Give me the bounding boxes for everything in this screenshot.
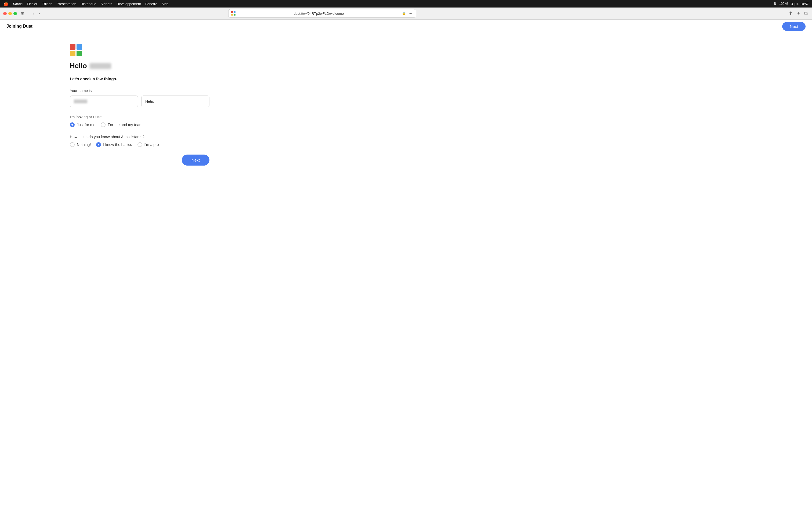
know-basics-radio[interactable] [96,142,101,147]
maximize-button[interactable] [13,12,17,15]
page-header: Joining Dust Next [0,19,812,33]
im-a-pro-label: I'm a pro [144,142,159,147]
menubar-developpement[interactable]: Développement [117,2,141,6]
first-name-container [70,95,138,107]
tabs-button[interactable]: ⧉ [803,10,809,17]
browser-toolbar: ⊞ ‹ › dust.tt/w/94RTp2wFLD/welcome 🔒 ··· [0,7,812,19]
share-button[interactable]: ⬆ [787,10,794,17]
svg-rect-1 [234,11,235,13]
menubar-right: ⇅ 100 % 3 juil. 10:57 [773,2,809,6]
traffic-lights [3,12,17,15]
sidebar-toggle-button[interactable]: ⊞ [19,11,26,17]
knowledge-label: How much do you know about AI assistants… [70,135,209,139]
menubar-fichier[interactable]: Fichier [27,2,37,6]
browser-actions: ⬆ + ⧉ [787,10,809,17]
user-name-blurred [90,63,111,69]
looking-label: I'm looking at Dust: [70,115,209,119]
name-field-label: Your name is: [70,89,209,93]
im-a-pro-option[interactable]: I'm a pro [137,142,159,147]
know-basics-label: I know the basics [103,142,132,147]
form-subtitle: Let's check a few things. [70,76,209,81]
svg-rect-7 [76,51,82,56]
looking-radio-group: Just for me For me and my team [70,122,209,127]
close-button[interactable] [3,12,7,15]
nothing-option[interactable]: Nothing! [70,142,91,147]
favicon [231,11,235,16]
address-more-button[interactable]: ··· [408,11,413,16]
nothing-radio[interactable] [70,142,75,147]
hello-label: Hello [70,62,87,70]
last-name-input[interactable] [141,95,209,107]
lock-icon: 🔒 [402,12,406,15]
address-bar-container: dust.tt/w/94RTp2wFLD/welcome 🔒 ··· [228,9,416,18]
for-me-and-team-option[interactable]: For me and my team [101,122,142,127]
network-icon: ⇅ [773,2,776,6]
main-content: Hello Let's check a few things. Your nam… [0,33,812,527]
apple-menu[interactable]: 🍎 [3,1,9,6]
menubar-edition[interactable]: Édition [42,2,52,6]
form-container: Hello Let's check a few things. Your nam… [70,44,209,516]
knowledge-radio-group: Nothing! I know the basics I'm a pro [70,142,209,147]
menubar-safari[interactable]: Safari [13,2,23,6]
next-btn-container: Next [70,154,209,166]
forward-button[interactable]: › [37,11,41,16]
for-me-and-team-label: For me and my team [108,123,142,127]
new-tab-button[interactable]: + [796,10,801,17]
minimize-button[interactable] [8,12,12,15]
just-for-me-radio[interactable] [70,122,75,127]
menubar-fenetre[interactable]: Fenêtre [145,2,157,6]
address-text: dust.tt/w/94RTp2wFLD/welcome [237,12,400,16]
name-row [70,95,209,107]
address-bar[interactable]: dust.tt/w/94RTp2wFLD/welcome 🔒 ··· [228,9,416,18]
svg-rect-4 [70,44,75,50]
battery-indicator: 100 % [779,2,788,6]
for-me-and-team-radio[interactable] [101,122,105,127]
svg-rect-5 [76,44,82,50]
back-button[interactable]: ‹ [31,11,36,16]
menubar: 🍎 Safari Fichier Édition Présentation Hi… [0,0,812,7]
just-for-me-label: Just for me [77,123,95,127]
header-next-button[interactable]: Next [782,22,806,31]
know-basics-option[interactable]: I know the basics [96,142,132,147]
dust-logo [70,44,209,57]
menubar-historique[interactable]: Historique [81,2,97,6]
next-button[interactable]: Next [182,154,209,166]
svg-rect-0 [231,11,233,13]
page-title: Joining Dust [6,24,32,29]
browser-chrome: ⊞ ‹ › dust.tt/w/94RTp2wFLD/welcome 🔒 ··· [0,7,812,19]
first-name-blurred [74,100,87,103]
clock: 3 juil. 10:57 [791,2,809,6]
menubar-aide[interactable]: Aide [162,2,169,6]
menubar-signets[interactable]: Signets [100,2,112,6]
browser-nav: ‹ › [31,11,42,16]
hello-row: Hello [70,62,209,70]
svg-rect-6 [70,51,75,56]
just-for-me-option[interactable]: Just for me [70,122,95,127]
menubar-presentation[interactable]: Présentation [57,2,76,6]
svg-rect-3 [234,14,235,16]
svg-rect-2 [231,14,233,16]
nothing-label: Nothing! [77,142,91,147]
im-a-pro-radio[interactable] [137,142,142,147]
